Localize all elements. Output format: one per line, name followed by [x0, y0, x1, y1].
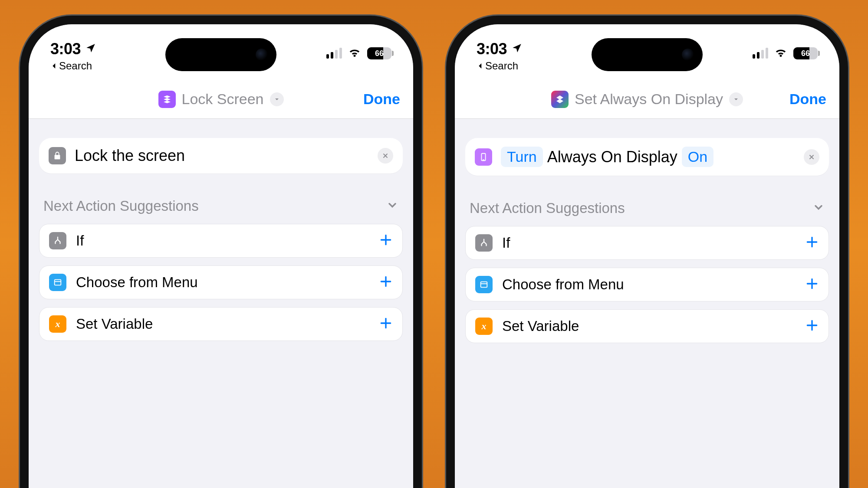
action-target: Always On Display	[547, 148, 677, 166]
wifi-icon	[774, 46, 787, 61]
variable-icon: x	[475, 318, 493, 335]
cellular-icon	[326, 48, 342, 59]
branch-icon	[49, 232, 66, 249]
suggestion-if[interactable]: If	[465, 226, 829, 260]
suggestions-header[interactable]: Next Action Suggestions	[465, 176, 829, 226]
suggestions-title: Next Action Suggestions	[470, 200, 625, 216]
chevron-down-icon[interactable]	[270, 92, 284, 106]
nav-title: Set Always On Display	[575, 91, 723, 108]
add-icon[interactable]	[805, 318, 819, 334]
phone-left: 3:03 Search 66	[20, 16, 422, 488]
nav-title-button[interactable]: Lock Screen	[158, 91, 284, 108]
location-icon	[511, 43, 523, 56]
add-icon[interactable]	[805, 235, 819, 251]
suggestion-set-variable[interactable]: x Set Variable	[465, 309, 829, 343]
add-icon[interactable]	[379, 233, 393, 249]
token-turn[interactable]: Turn	[501, 147, 543, 167]
chevron-down-icon	[812, 201, 825, 215]
location-icon	[85, 43, 96, 56]
menu-icon	[475, 276, 493, 293]
menu-icon	[49, 274, 66, 291]
status-time: 3:03	[50, 40, 81, 58]
shortcuts-app-icon	[551, 91, 569, 108]
suggestion-choose-menu[interactable]: Choose from Menu	[465, 268, 829, 301]
dynamic-island	[592, 38, 703, 71]
add-icon[interactable]	[379, 316, 393, 332]
action-card[interactable]: Turn Always On Display On	[465, 138, 829, 176]
battery-icon: 66	[367, 47, 391, 59]
back-search-link[interactable]: Search	[50, 60, 96, 72]
chevron-down-icon[interactable]	[729, 92, 743, 106]
back-label: Search	[485, 60, 518, 72]
action-label: Lock the screen	[75, 147, 369, 165]
nav-title: Lock Screen	[182, 91, 264, 108]
clear-action-button[interactable]	[804, 149, 819, 165]
suggestion-choose-menu[interactable]: Choose from Menu	[39, 265, 403, 299]
lock-icon	[49, 147, 66, 164]
back-label: Search	[59, 60, 92, 72]
done-button[interactable]: Done	[363, 91, 400, 108]
suggestions-title: Next Action Suggestions	[43, 198, 199, 214]
action-card[interactable]: Lock the screen	[39, 138, 403, 174]
chevron-down-icon	[386, 199, 398, 213]
svg-rect-0	[55, 280, 61, 285]
nav-title-button[interactable]: Set Always On Display	[551, 91, 743, 108]
suggestion-set-variable[interactable]: x Set Variable	[39, 307, 403, 341]
branch-icon	[475, 234, 493, 252]
status-time: 3:03	[477, 40, 507, 58]
svg-rect-4	[481, 282, 487, 288]
suggestion-list: If Choose from Menu x	[465, 226, 829, 343]
wifi-icon	[348, 46, 361, 61]
suggestion-list: If Choose from Menu x	[39, 224, 403, 341]
add-icon[interactable]	[379, 275, 393, 290]
done-button[interactable]: Done	[789, 91, 826, 108]
battery-icon: 66	[793, 47, 818, 59]
nav-bar: Set Always On Display Done	[455, 80, 839, 119]
variable-icon: x	[49, 315, 66, 333]
suggestions-header[interactable]: Next Action Suggestions	[39, 174, 403, 224]
action-label: Turn Always On Display On	[501, 147, 795, 167]
add-icon[interactable]	[805, 277, 819, 292]
back-search-link[interactable]: Search	[477, 60, 523, 72]
lockscreen-app-icon	[158, 91, 176, 108]
cellular-icon	[753, 48, 768, 59]
dynamic-island	[165, 38, 276, 71]
phone-right: 3:03 Search 66	[446, 16, 848, 488]
nav-bar: Lock Screen Done	[29, 80, 413, 119]
token-on[interactable]: On	[682, 147, 713, 167]
clear-action-button[interactable]	[378, 148, 393, 164]
content-area: Turn Always On Display On Next Action Su…	[455, 119, 839, 343]
content-area: Lock the screen Next Action Suggestions …	[29, 119, 413, 341]
suggestion-if[interactable]: If	[39, 224, 403, 258]
phone-icon	[475, 148, 492, 166]
